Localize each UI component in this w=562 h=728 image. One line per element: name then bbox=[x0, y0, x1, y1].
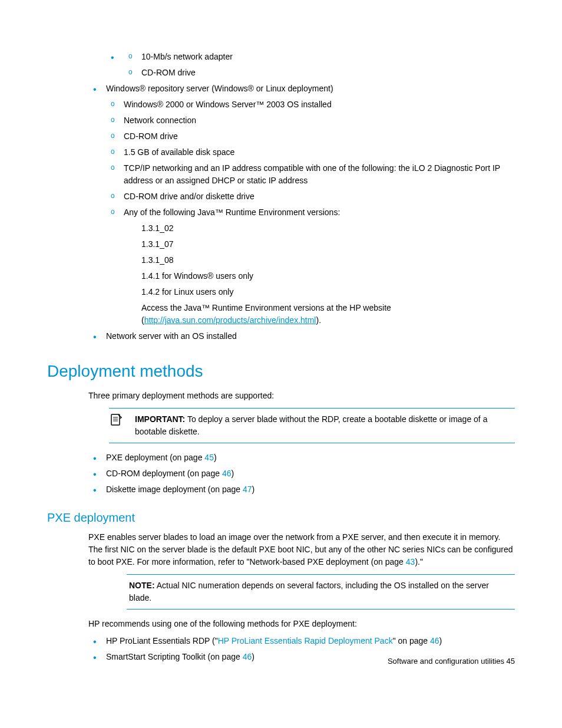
list-item: Diskette image deployment (on page 47) bbox=[88, 483, 515, 496]
java-access: Access the Java™ Runtime Environment ver… bbox=[141, 302, 515, 327]
list-text: Windows® repository server (Windows® or … bbox=[106, 84, 333, 93]
deployment-intro: Three primary deployment methods are sup… bbox=[88, 390, 515, 402]
list-item: Windows® repository server (Windows® or … bbox=[88, 83, 515, 327]
text: PXE deployment (on page bbox=[106, 453, 204, 462]
text: )." bbox=[415, 557, 423, 566]
text: PXE enables server blades to load an ima… bbox=[88, 532, 513, 566]
java-version: 1.4.2 for Linux users only bbox=[141, 286, 515, 298]
text: ) bbox=[231, 469, 234, 478]
text: Diskette image deployment (on page bbox=[106, 485, 243, 494]
important-text: IMPORTANT: To deploy a server blade with… bbox=[135, 413, 513, 438]
list-item: PXE deployment (on page 45) bbox=[88, 452, 515, 464]
list-item: Any of the following Java™ Runtime Envir… bbox=[106, 206, 515, 327]
text: ) bbox=[439, 636, 442, 645]
top-list-block: 10-Mb/s network adapter CD-ROM drive Win… bbox=[88, 51, 515, 342]
text: Actual NIC numeration depends on several… bbox=[129, 581, 489, 602]
java-link[interactable]: http://java.sun.com/products/archive/ind… bbox=[144, 315, 316, 325]
text: CD-ROM deployment (on page bbox=[106, 469, 222, 478]
text: HP ProLiant Essentials RDP (" bbox=[106, 636, 218, 645]
page-ref[interactable]: 46 bbox=[222, 469, 232, 478]
important-icon bbox=[109, 413, 123, 427]
list-item: Windows® 2000 or Windows Server™ 2003 OS… bbox=[106, 98, 515, 111]
list-item: CD-ROM drive bbox=[106, 130, 515, 143]
list-text: Any of the following Java™ Runtime Envir… bbox=[124, 207, 340, 217]
page-footer: Software and configuration utilities 45 bbox=[388, 655, 515, 667]
list-item: HP ProLiant Essentials RDP ("HP ProLiant… bbox=[88, 635, 515, 647]
java-version: 1.3.1_07 bbox=[141, 238, 515, 251]
page-ref[interactable]: 45 bbox=[204, 453, 214, 462]
page-ref[interactable]: 46 bbox=[243, 652, 252, 661]
text: ) bbox=[214, 453, 217, 462]
text: SmartStart Scripting Toolkit (on page bbox=[106, 652, 243, 661]
text: ). bbox=[316, 315, 321, 325]
page: 10-Mb/s network adapter CD-ROM drive Win… bbox=[0, 0, 562, 690]
svg-rect-0 bbox=[111, 414, 120, 425]
pxe-para2: HP recommends using one of the following… bbox=[88, 618, 515, 630]
text: " on page bbox=[393, 636, 430, 645]
list-item: 10-Mb/s network adapter CD-ROM drive bbox=[106, 51, 515, 79]
text: ) bbox=[252, 652, 254, 661]
java-versions-block: 1.3.1_02 1.3.1_07 1.3.1_08 1.4.1 for Win… bbox=[141, 222, 515, 327]
list-item: TCP/IP networking and an IP address comp… bbox=[106, 162, 515, 187]
list-item: 1.5 GB of available disk space bbox=[106, 146, 515, 159]
important-label: IMPORTANT: bbox=[135, 414, 185, 424]
heading-pxe-deployment: PXE deployment bbox=[47, 509, 515, 526]
list-item: CD-ROM drive bbox=[124, 67, 515, 79]
note-box: NOTE: Actual NIC numeration depends on s… bbox=[127, 574, 515, 610]
list-item: CD-ROM drive and/or diskette drive bbox=[106, 190, 515, 203]
deployment-methods-list: PXE deployment (on page 45) CD-ROM deplo… bbox=[88, 452, 515, 496]
page-ref[interactable]: 43 bbox=[406, 557, 415, 566]
important-box: IMPORTANT: To deploy a server blade with… bbox=[109, 408, 515, 443]
page-ref[interactable]: 46 bbox=[430, 636, 439, 645]
cross-ref-link[interactable]: HP ProLiant Essentials Rapid Deployment … bbox=[218, 636, 393, 645]
list-item: 10-Mb/s network adapter bbox=[124, 51, 515, 63]
list-item: CD-ROM deployment (on page 46) bbox=[88, 467, 515, 480]
heading-deployment-methods: Deployment methods bbox=[47, 359, 515, 384]
java-version: 1.4.1 for Windows® users only bbox=[141, 270, 515, 282]
java-version: 1.3.1_02 bbox=[141, 222, 515, 235]
pxe-para1: PXE enables server blades to load an ima… bbox=[88, 531, 515, 568]
note-label: NOTE: bbox=[129, 581, 155, 590]
list-item: Network connection bbox=[106, 114, 515, 127]
text: To deploy a server blade without the RDP… bbox=[135, 414, 487, 436]
list-item: Network server with an OS installed bbox=[88, 330, 515, 342]
text: ) bbox=[252, 485, 255, 494]
java-version: 1.3.1_08 bbox=[141, 254, 515, 266]
page-ref[interactable]: 47 bbox=[243, 485, 252, 494]
